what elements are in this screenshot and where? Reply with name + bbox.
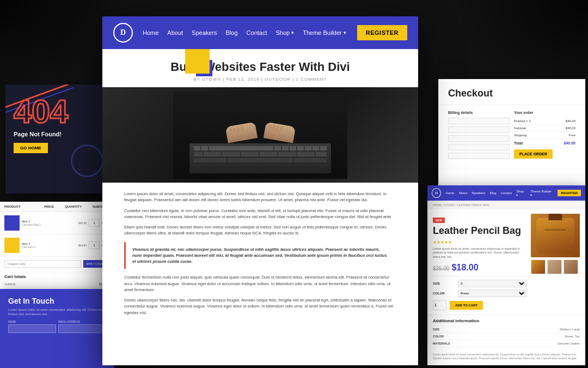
product-nav-blog[interactable]: Blog	[489, 191, 496, 195]
blog-paragraph-5: Donec ullamcorper libero nec, leo. Ulamd…	[124, 297, 396, 316]
blog-paragraph-1: Lorem ipsum dolor sit amet, consectetur …	[124, 191, 396, 203]
email-field-input[interactable]	[58, 324, 106, 333]
blog-text-area: Lorem ipsum dolor sit amet, consectetur …	[102, 191, 418, 316]
add-info-materials-row: MATERIALS Genuine Leather	[433, 340, 580, 347]
order-item-subtotal: Subtotal $40.00	[514, 125, 575, 132]
product-thumb-3[interactable]	[564, 260, 578, 274]
color-select[interactable]: BrownTan	[458, 289, 526, 297]
cart-qty-input[interactable]	[89, 219, 100, 227]
product-nav-shop[interactable]: Shop ▾	[516, 190, 526, 197]
contact-fields: NAME EMAIL ADDRESS	[0, 320, 114, 333]
nav-theme-builder[interactable]: Theme Builder	[303, 29, 346, 36]
order-shipping-price: Free	[569, 134, 575, 137]
product-nav-contact[interactable]: Contact	[501, 191, 512, 195]
checkout-address-field[interactable]	[448, 153, 510, 159]
product-thumb-1[interactable]	[531, 260, 546, 274]
product-add-to-cart-row: ADD TO CART	[433, 300, 526, 310]
cart-item-price: $64.95	[78, 244, 87, 247]
cart-item-row: Item 2 Cart Item 2 $64.95 $64.95	[0, 234, 114, 257]
checkout-columns: Billing details Your order Product × 1 $…	[438, 105, 585, 167]
cart-item-info: Item 2 Cart Item 2	[22, 242, 76, 249]
nav-contact[interactable]: Contact	[247, 29, 267, 36]
name-field-label: NAME	[8, 320, 56, 323]
name-field-input[interactable]	[8, 324, 56, 333]
checkout-lastname-field[interactable]	[448, 126, 510, 133]
contact-card: Get In Touch Lorem ipsum dolor sit amet …	[0, 289, 114, 368]
size-select[interactable]: SML	[458, 280, 526, 287]
order-item-product: Product × 1 $40.00	[514, 118, 575, 125]
checkout-firstname-field[interactable]	[448, 118, 510, 124]
cart-item-info: Item 1 Cart Item Bag 1	[22, 220, 76, 226]
cart-qty-input-2[interactable]	[89, 242, 100, 249]
checkout-country-field[interactable]	[448, 144, 510, 150]
product-nav-about[interactable]: About	[458, 191, 467, 195]
product-qty-input[interactable]	[433, 300, 446, 310]
product-body: NEW Leather Pencil Bag ★★★★★ Lorem ipsum…	[427, 209, 585, 315]
product-main-image	[531, 214, 580, 257]
order-total-label: Total	[514, 141, 523, 145]
billing-details-col: Billing details	[448, 111, 510, 161]
product-details: NEW Leather Pencil Bag ★★★★★ Lorem ipsum…	[433, 214, 526, 310]
product-stars: ★★★★★	[433, 240, 526, 245]
checkout-company-field[interactable]	[448, 135, 510, 142]
order-title: Your order	[514, 111, 575, 114]
blog-paragraph-3: Etiam quis blandit erat. Donec laoreet l…	[124, 224, 396, 237]
product-navbar: D Home About Speakers Blog Contact Shop …	[427, 185, 585, 201]
contact-name-field: NAME	[8, 320, 56, 333]
billing-title: Billing details	[448, 111, 510, 114]
product-nav-theme[interactable]: Theme Builder ▾	[530, 190, 553, 197]
nav-shop[interactable]: Shop	[276, 29, 295, 36]
product-nav-speakers[interactable]: Speakers	[471, 191, 485, 195]
register-button[interactable]: REGISTER	[357, 25, 407, 40]
product-nav-register[interactable]: REGISTER	[558, 190, 581, 196]
product-nav-logo[interactable]: D	[432, 188, 441, 198]
order-col: Your order Product × 1 $40.00 Subtotal $…	[514, 111, 575, 161]
site-logo[interactable]: D	[113, 23, 133, 43]
cart-col-product: PRODUCT	[4, 205, 21, 208]
product-breadcrumb: HOME / STORE / LEATHER PENCIL BAG	[427, 201, 585, 209]
product-nav-home[interactable]: Home	[445, 191, 454, 195]
contact-description: Lorem ipsum dolor sit amet consectetur a…	[0, 307, 114, 317]
blog-meta: BY STDIEV | FEB 12, 2018 | OUTDOOR | 1 C…	[124, 77, 396, 82]
main-navbar: D Home About Speakers Blog Contact Shop …	[102, 16, 418, 49]
blog-blockquote: Vivamus id gravida mi, nec ullamcorper p…	[124, 242, 396, 269]
order-total-row: Total $40.00	[514, 139, 575, 148]
coupon-input[interactable]	[4, 260, 81, 268]
main-blog-card: D Home About Speakers Blog Contact Shop …	[102, 16, 418, 365]
add-info-color-row: COLOR Brown, Tan	[433, 333, 580, 340]
add-info-size-value: Medium, Large	[560, 328, 580, 331]
order-item-shipping: Shipping Free	[514, 132, 575, 139]
blog-title: Build Websites Faster With Divi	[124, 60, 396, 74]
product-description: Lorem ipsum dolor sit amet, consectetur …	[433, 247, 526, 260]
order-shipping-label: Shipping	[514, 134, 526, 137]
nav-links: Home About Speakers Blog Contact Shop Th…	[143, 29, 347, 36]
product-divider	[433, 276, 526, 276]
order-subtotal-price: $40.00	[566, 126, 575, 130]
product-review-text: Lorem ipsum dolor sit amet, consectetur …	[427, 351, 585, 363]
nav-blog[interactable]: Blog	[226, 29, 238, 36]
cart-subtotal-row: Subtotal $104.95	[4, 281, 110, 287]
nav-home[interactable]: Home	[143, 29, 158, 36]
nav-speakers[interactable]: Speakers	[192, 29, 217, 36]
nav-about[interactable]: About	[167, 29, 183, 36]
product-badge: NEW	[433, 218, 445, 223]
add-to-cart-button[interactable]: ADD TO CART	[450, 301, 483, 310]
add-info-size-label: SIZE	[433, 328, 439, 331]
product-images	[531, 214, 580, 310]
add-info-color-label: COLOR	[433, 335, 444, 338]
subtotal-label: Subtotal	[4, 282, 15, 286]
product-thumb-2[interactable]	[547, 260, 562, 274]
product-thumbnails	[531, 260, 580, 274]
color-label: COLOR	[433, 292, 455, 295]
product-card: D Home About Speakers Blog Contact Shop …	[427, 185, 585, 365]
blog-title-section: Build Websites Faster With Divi BY STDIE…	[102, 49, 418, 87]
place-order-button[interactable]: PLACE ORDER	[514, 149, 553, 159]
blog-paragraph-2: Curabitur non bibendum ligula. In non pu…	[124, 208, 396, 220]
cart-header: PRODUCT PRICE QUANTITY SUBTOTAL	[0, 202, 114, 212]
bag-clasp-visual	[549, 214, 562, 220]
add-info-size-row: SIZE Medium, Large	[433, 326, 580, 333]
cart-totals-title: Cart totals	[4, 274, 110, 279]
404-number: 404	[5, 85, 109, 131]
product-color-attr: COLOR BrownTan	[433, 289, 526, 297]
404-card: 404 Page Not Found! GO HOME	[5, 85, 109, 194]
